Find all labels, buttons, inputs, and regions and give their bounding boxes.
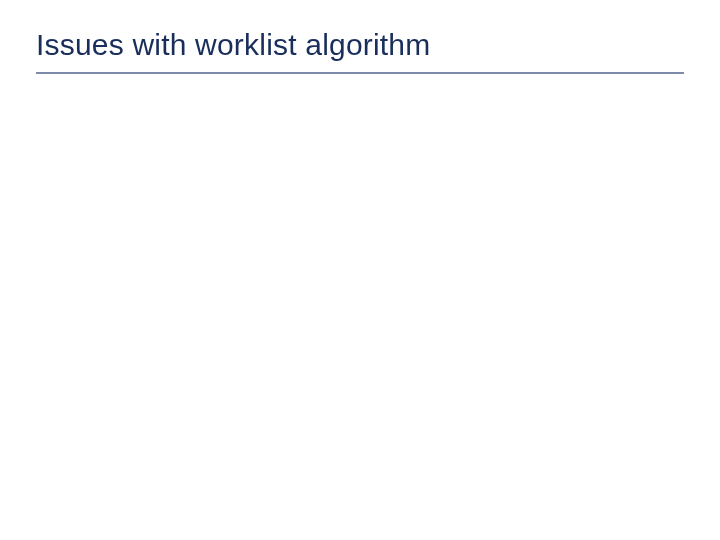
slide-container: Issues with worklist algorithm	[0, 0, 720, 540]
slide-title: Issues with worklist algorithm	[36, 28, 684, 62]
title-underline	[36, 72, 684, 74]
